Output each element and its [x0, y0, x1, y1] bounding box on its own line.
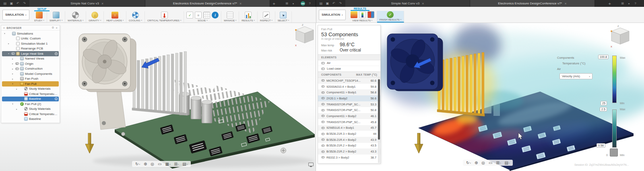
tree-item[interactable]: Units: Custom: [2, 36, 59, 41]
cooling-fan-thermal[interactable]: [387, 34, 443, 91]
toolbar-group[interactable]: STUDY ▾: [32, 11, 47, 23]
titlebar-icon[interactable]: [627, 2, 631, 5]
workspace-switcher[interactable]: SIMULATION ▾: [319, 10, 346, 20]
temp-min-input[interactable]: 25: [601, 101, 607, 105]
nav-tool-icon[interactable]: [151, 162, 154, 166]
visibility-eye-icon[interactable]: [321, 103, 324, 105]
nav-tool-icon[interactable]: [144, 162, 147, 166]
tool-icon[interactable]: [387, 11, 394, 18]
tool-icon[interactable]: [195, 12, 202, 19]
visibility-eye-icon[interactable]: [321, 157, 324, 159]
visibility-eye-icon[interactable]: [15, 62, 19, 65]
tree-item[interactable]: ▾ Simulations: [2, 31, 59, 36]
toolbar-group[interactable]: SOLVE ▾: [184, 11, 221, 23]
tool-icon[interactable]: [359, 11, 366, 18]
chevron-down-icon[interactable]: ▾: [141, 19, 142, 21]
close-icon[interactable]: [239, 2, 242, 6]
visibility-eye-icon[interactable]: [321, 97, 324, 99]
nav-tool-icon[interactable]: [504, 161, 510, 165]
tool-icon[interactable]: [245, 12, 252, 19]
workspace-switcher[interactable]: SIMULATION ▾: [2, 10, 29, 20]
visibility-eye-icon[interactable]: [321, 121, 324, 123]
expand-arrow-icon[interactable]: ▸: [15, 108, 18, 110]
visibility-eye-icon[interactable]: [15, 68, 19, 70]
velocity-max-input[interactable]: 2.5: [600, 107, 607, 111]
expand-arrow-icon[interactable]: ▾: [11, 82, 14, 85]
chevron-down-icon[interactable]: ▾: [372, 19, 372, 21]
expand-arrow-icon[interactable]: ▸: [11, 78, 14, 80]
ribbon-tab-setup[interactable]: SETUP: [34, 7, 50, 11]
tree-item[interactable]: ▾ Fan Pull (2): [2, 101, 59, 107]
velocity-current-input[interactable]: 0.56: [597, 143, 605, 148]
tool-icon[interactable]: [161, 12, 168, 19]
close-icon[interactable]: [101, 2, 103, 6]
titlebar-icon[interactable]: [620, 2, 625, 5]
avatar[interactable]: HH: [301, 1, 305, 6]
visibility-eye-icon[interactable]: [321, 85, 324, 87]
components-header[interactable]: COMPONENTS MAX TEMP (°C): [318, 72, 380, 78]
titlebar-icon[interactable]: [16, 2, 20, 5]
tool-icon[interactable]: [203, 12, 210, 19]
chevron-down-icon[interactable]: ▾: [43, 19, 44, 21]
document-tab[interactable]: Simple Nat Conv v3: [345, 0, 470, 7]
component-row[interactable]: TRANSISTOR-PNP_SC... 50.8: [318, 107, 380, 113]
expand-arrow-icon[interactable]: ▸: [7, 42, 10, 45]
toolbar-group[interactable]: HEAT LOADS ▾: [104, 11, 126, 23]
chevron-down-icon[interactable]: ▾: [180, 19, 181, 21]
tree-item[interactable]: Critical Temperatures: [2, 91, 59, 97]
chevron-down-icon[interactable]: ▾: [123, 19, 124, 21]
tree-item[interactable]: ▾ Large Heat Sink: [2, 51, 59, 56]
element-row[interactable]: Air: [318, 60, 380, 66]
document-tab[interactable]: Electronics Enclosure DesignConference v…: [145, 0, 270, 7]
nav-tool-icon[interactable]: [182, 162, 188, 166]
visibility-eye-icon[interactable]: [321, 139, 324, 141]
nav-tool-icon[interactable]: [466, 161, 471, 165]
component-row[interactable]: Component11 > Body1 58.8: [318, 89, 380, 95]
component-row[interactable]: B/3528-21R.2 > Body2 43.3: [318, 148, 380, 155]
visibility-eye-icon[interactable]: [321, 127, 324, 129]
tool-icon[interactable]: [132, 12, 139, 19]
element-row[interactable]: Load case: [318, 66, 380, 72]
document-tab[interactable]: Simple Nat Conv v3: [29, 0, 145, 7]
collapse-icon[interactable]: «: [3, 27, 5, 29]
toolbar-group[interactable]: CRITICAL TEMPERATURES ▾: [145, 11, 184, 23]
document-tab[interactable]: Electronics Enclosure DesignConference v…: [470, 0, 595, 7]
expand-arrow-icon[interactable]: ▸: [11, 68, 14, 70]
component-row[interactable]: 2X20.1 > Body2 56.6: [318, 95, 380, 101]
nav-tool-icon[interactable]: [135, 162, 140, 166]
nav-tool-icon[interactable]: [158, 162, 161, 166]
expand-arrow-icon[interactable]: ▸: [11, 72, 14, 75]
visibility-eye-icon[interactable]: [321, 91, 324, 93]
toolbar-group[interactable]: VIEW RESULTS ▾: [348, 11, 377, 23]
tree-item[interactable]: ▸ Fan Push: [2, 76, 59, 82]
tool-icon[interactable]: [263, 12, 270, 19]
scrollbar[interactable]: [378, 76, 380, 163]
titlebar-icon[interactable]: [319, 2, 323, 5]
tree-item[interactable]: ▸ Study Materials: [2, 107, 59, 112]
toolbar-group[interactable]: COOLING ▾: [126, 11, 145, 23]
tree-item[interactable]: Rearrange PCB: [2, 46, 59, 52]
expand-arrow-icon[interactable]: ▾: [11, 103, 14, 105]
tool-icon[interactable]: [367, 11, 374, 18]
nav-tool-icon[interactable]: [496, 161, 501, 165]
tool-icon[interactable]: [227, 12, 233, 19]
tool-icon[interactable]: [280, 12, 287, 19]
chevron-down-icon[interactable]: ▾: [235, 19, 236, 21]
new-tab-button[interactable]: +: [270, 1, 278, 6]
temp-max-input[interactable]: 100.8: [598, 55, 609, 59]
expand-arrow-icon[interactable]: ▸: [11, 62, 14, 65]
nav-tool-icon[interactable]: [489, 161, 492, 165]
tool-icon[interactable]: [36, 12, 43, 19]
velocity-dropdown[interactable]: Velocity (m/s) ▾: [559, 73, 592, 79]
tree-item[interactable]: ▸ Study Materials: [2, 87, 59, 92]
visibility-eye-icon[interactable]: [321, 115, 324, 117]
new-tab-button[interactable]: +: [606, 1, 614, 6]
titlebar-icon[interactable]: [285, 2, 289, 5]
tool-icon[interactable]: [212, 12, 219, 19]
titlebar-icon[interactable]: [633, 2, 638, 5]
chevron-down-icon[interactable]: ▾: [83, 19, 83, 21]
chevron-down-icon[interactable]: ▾: [100, 19, 101, 21]
nav-tool-icon[interactable]: [174, 162, 179, 166]
tree-item[interactable]: Critical Temperatures: [2, 111, 59, 117]
ribbon-tab-results[interactable]: RESULTS: [351, 7, 369, 11]
